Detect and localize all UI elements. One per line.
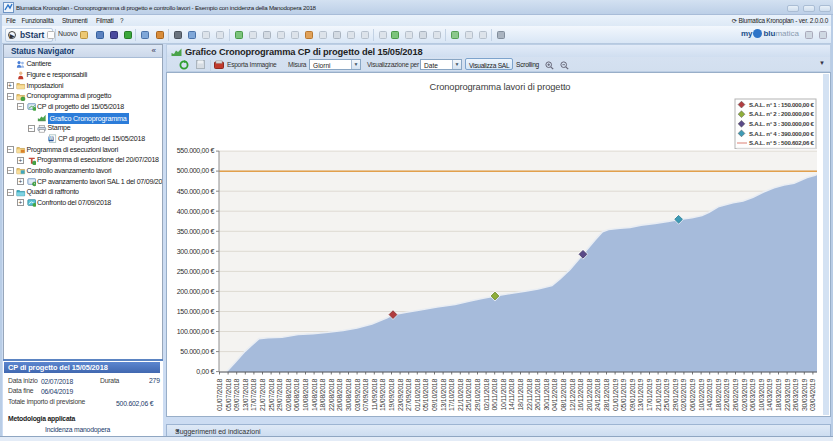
svg-text:10/08/2018: 10/08/2018: [302, 379, 309, 411]
svg-text:17/10/2018: 17/10/2018: [448, 379, 455, 411]
svg-text:14/02/2019: 14/02/2019: [706, 379, 713, 411]
svg-text:03/04/2019: 03/04/2019: [809, 379, 816, 411]
svg-text:350.000,00 €: 350.000,00 €: [177, 228, 215, 235]
svg-text:06/03/2019: 06/03/2019: [749, 379, 756, 411]
svg-text:21/01/2019: 21/01/2019: [655, 379, 662, 411]
svg-text:06/02/2019: 06/02/2019: [689, 379, 696, 411]
svg-text:21/07/2018: 21/07/2018: [259, 379, 266, 411]
svg-text:01/10/2018: 01/10/2018: [414, 379, 421, 411]
svg-text:30/08/2018: 30/08/2018: [345, 379, 352, 411]
svg-text:22/02/2019: 22/02/2019: [723, 379, 730, 411]
svg-text:13/07/2018: 13/07/2018: [242, 379, 249, 411]
svg-text:07/09/2018: 07/09/2018: [362, 379, 369, 411]
svg-text:29/07/2018: 29/07/2018: [276, 379, 283, 411]
svg-text:05/07/2018: 05/07/2018: [225, 379, 232, 411]
svg-text:14/08/2018: 14/08/2018: [311, 379, 318, 411]
svg-text:27/09/2018: 27/09/2018: [405, 379, 412, 411]
svg-text:26/11/2018: 26/11/2018: [534, 379, 541, 411]
svg-text:25/07/2018: 25/07/2018: [268, 379, 275, 411]
svg-text:13/10/2018: 13/10/2018: [440, 379, 447, 411]
svg-text:09/07/2018: 09/07/2018: [233, 379, 240, 411]
svg-text:400.000,00 €: 400.000,00 €: [177, 208, 215, 215]
svg-text:W: W: [48, 137, 53, 142]
svg-text:09/10/2018: 09/10/2018: [431, 379, 438, 411]
svg-text:02/02/2019: 02/02/2019: [680, 379, 687, 411]
svg-text:18/08/2018: 18/08/2018: [319, 379, 326, 411]
svg-text:0,00 €: 0,00 €: [196, 368, 214, 375]
svg-text:11/09/2018: 11/09/2018: [371, 379, 378, 411]
svg-text:08/12/2018: 08/12/2018: [560, 379, 567, 411]
svg-text:250.000,00 €: 250.000,00 €: [177, 268, 215, 275]
svg-text:30/03/2019: 30/03/2019: [801, 379, 808, 411]
svg-text:20/12/2018: 20/12/2018: [586, 379, 593, 411]
svg-text:18/11/2018: 18/11/2018: [517, 379, 524, 411]
svg-text:04/12/2018: 04/12/2018: [551, 379, 558, 411]
svg-text:S.A.L. n° 5 : 500.602,06 €: S.A.L. n° 5 : 500.602,06 €: [749, 139, 815, 146]
svg-text:01/01/2019: 01/01/2019: [612, 379, 619, 411]
svg-text:03/09/2018: 03/09/2018: [354, 379, 361, 411]
svg-text:17/01/2019: 17/01/2019: [646, 379, 653, 411]
svg-text:S.A.L. n° 4 : 390.000,00 €: S.A.L. n° 4 : 390.000,00 €: [749, 130, 815, 137]
svg-text:19/09/2018: 19/09/2018: [388, 379, 395, 411]
svg-text:18/03/2019: 18/03/2019: [775, 379, 782, 411]
svg-text:25/10/2018: 25/10/2018: [465, 379, 472, 411]
svg-text:Cronoprogramma lavori di proge: Cronoprogramma lavori di progetto: [430, 82, 571, 92]
svg-text:S.A.L. n° 1 : 150.000,00 €: S.A.L. n° 1 : 150.000,00 €: [749, 101, 815, 108]
svg-text:10/03/2019: 10/03/2019: [758, 379, 765, 411]
svg-text:S.A.L. n° 3 : 300.000,00 €: S.A.L. n° 3 : 300.000,00 €: [749, 120, 815, 127]
svg-text:550.000,00 €: 550.000,00 €: [177, 147, 215, 154]
svg-text:17/07/2018: 17/07/2018: [250, 379, 257, 411]
svg-text:01/07/2018: 01/07/2018: [216, 379, 223, 411]
svg-text:30/11/2018: 30/11/2018: [543, 379, 550, 411]
svg-text:25/01/2019: 25/01/2019: [663, 379, 670, 411]
svg-text:02/08/2018: 02/08/2018: [285, 379, 292, 411]
svg-text:150.000,00 €: 150.000,00 €: [177, 308, 215, 315]
svg-text:200.000,00 €: 200.000,00 €: [177, 288, 215, 295]
svg-text:28/12/2018: 28/12/2018: [603, 379, 610, 411]
svg-text:05/01/2019: 05/01/2019: [620, 379, 627, 411]
svg-text:13/01/2019: 13/01/2019: [637, 379, 644, 411]
svg-text:16/12/2018: 16/12/2018: [577, 379, 584, 411]
svg-text:300.000,00 €: 300.000,00 €: [177, 248, 215, 255]
svg-text:10/02/2019: 10/02/2019: [698, 379, 705, 411]
svg-text:24/12/2018: 24/12/2018: [594, 379, 601, 411]
svg-text:02/11/2018: 02/11/2018: [483, 379, 490, 411]
svg-text:23/09/2018: 23/09/2018: [397, 379, 404, 411]
svg-text:22/08/2018: 22/08/2018: [328, 379, 335, 411]
svg-text:12/12/2018: 12/12/2018: [569, 379, 576, 411]
svg-text:26/08/2018: 26/08/2018: [336, 379, 343, 411]
svg-text:15/09/2018: 15/09/2018: [379, 379, 386, 411]
svg-text:14/03/2019: 14/03/2019: [766, 379, 773, 411]
svg-text:09/01/2019: 09/01/2019: [629, 379, 636, 411]
svg-text:10/11/2018: 10/11/2018: [500, 379, 507, 411]
svg-text:22/03/2019: 22/03/2019: [784, 379, 791, 411]
svg-text:50.000,00 €: 50.000,00 €: [180, 348, 214, 355]
svg-text:06/08/2018: 06/08/2018: [293, 379, 300, 411]
svg-text:450.000,00 €: 450.000,00 €: [177, 188, 215, 195]
svg-text:26/02/2019: 26/02/2019: [732, 379, 739, 411]
svg-text:29/01/2019: 29/01/2019: [672, 379, 679, 411]
svg-text:500.000,00 €: 500.000,00 €: [177, 167, 215, 174]
svg-text:14/11/2018: 14/11/2018: [508, 379, 515, 411]
svg-text:S.A.L. n° 2 : 200.000,00 €: S.A.L. n° 2 : 200.000,00 €: [749, 110, 815, 117]
svg-text:02/03/2019: 02/03/2019: [741, 379, 748, 411]
svg-text:06/11/2018: 06/11/2018: [491, 379, 498, 411]
svg-text:05/10/2018: 05/10/2018: [422, 379, 429, 411]
svg-text:18/02/2019: 18/02/2019: [715, 379, 722, 411]
svg-text:26/03/2019: 26/03/2019: [792, 379, 799, 411]
svg-text:29/10/2018: 29/10/2018: [474, 379, 481, 411]
svg-text:100.000,00 €: 100.000,00 €: [177, 328, 215, 335]
svg-text:22/11/2018: 22/11/2018: [526, 379, 533, 411]
svg-text:21/10/2018: 21/10/2018: [457, 379, 464, 411]
